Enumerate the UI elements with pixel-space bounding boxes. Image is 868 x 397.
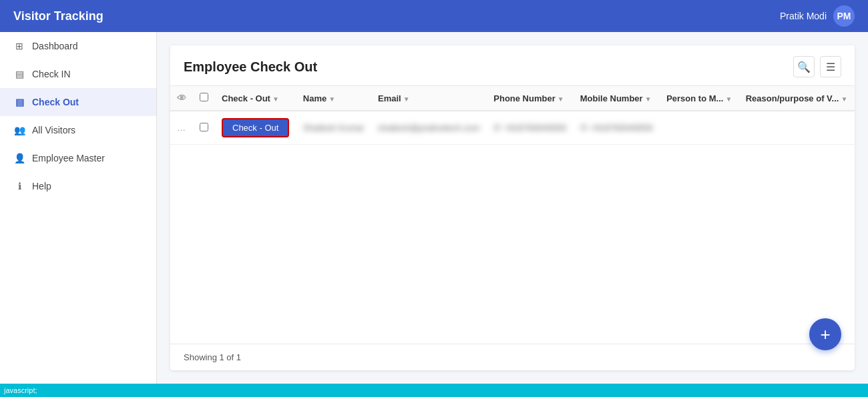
col-email-header[interactable]: Email▼ — [371, 86, 487, 111]
all-visitors-icon: 👥 — [13, 124, 25, 136]
col-checkbox-header[interactable] — [193, 86, 215, 111]
checkout-icon: ▤ — [13, 96, 25, 108]
content-area: Employee Check Out 🔍 ☰ 👁 Check - Out▼ Na… — [157, 32, 868, 384]
card-header: Employee Check Out 🔍 ☰ — [170, 45, 855, 86]
add-button[interactable]: + — [809, 318, 841, 350]
sort-arrow-name: ▼ — [329, 95, 335, 103]
avatar: PM — [833, 5, 855, 27]
row-mobile: ✆ +918760040656 — [580, 123, 653, 133]
sort-arrow-checkout: ▼ — [272, 95, 279, 103]
content-card: Employee Check Out 🔍 ☰ 👁 Check - Out▼ Na… — [170, 45, 855, 370]
employee-master-icon: 👤 — [13, 152, 25, 164]
row-email-cell: shailesh@prativetech.com — [371, 111, 487, 145]
showing-label: Showing 1 of 1 — [184, 352, 241, 362]
dashboard-icon: ⊞ — [13, 40, 25, 52]
row-name: Shailesh Kumar — [303, 123, 365, 133]
sidebar-item-employee-master[interactable]: 👤 Employee Master — [0, 144, 156, 172]
sidebar-item-label: Check Out — [32, 97, 79, 107]
col-name-label: Name — [303, 93, 327, 103]
row-checkout-cell[interactable]: Check - Out — [215, 111, 296, 145]
data-table: 👁 Check - Out▼ Name▼ Email▼ Phone Number… — [170, 86, 855, 145]
select-all-checkbox[interactable] — [200, 93, 208, 101]
col-checkout-header[interactable]: Check - Out▼ — [215, 86, 296, 111]
sidebar-item-label: Employee Master — [32, 153, 105, 163]
row-mobile-cell: ✆ +918760040656 — [574, 111, 660, 145]
sidebar: ⊞ Dashboard ▤ Check IN ▤ Check Out 👥 All… — [0, 32, 157, 384]
app-title: Visitor Tracking — [13, 9, 103, 23]
col-person-label: Person to M... — [666, 93, 723, 103]
row-dots[interactable]: … — [170, 111, 193, 145]
col-checkout-label: Check - Out — [222, 93, 270, 103]
table-header-row: 👁 Check - Out▼ Name▼ Email▼ Phone Number… — [170, 86, 855, 111]
menu-button[interactable]: ☰ — [820, 56, 841, 77]
sidebar-item-checkin[interactable]: ▤ Check IN — [0, 60, 156, 88]
bottom-bar: javascript; — [0, 384, 868, 397]
col-phone-label: Phone Number — [493, 93, 555, 103]
row-name-cell: Shailesh Kumar — [296, 111, 371, 145]
row-phone-cell: ✆ +918760040656 — [487, 111, 573, 145]
table-wrapper: 👁 Check - Out▼ Name▼ Email▼ Phone Number… — [170, 86, 855, 344]
sidebar-item-dashboard[interactable]: ⊞ Dashboard — [0, 32, 156, 60]
col-person-header[interactable]: Person to M...▼ — [660, 86, 739, 111]
card-footer: Showing 1 of 1 — [170, 344, 855, 370]
table-row: … Check - Out Shailesh Kumar shailesh@pr… — [170, 111, 855, 145]
col-mobile-label: Mobile Number — [580, 93, 643, 103]
sidebar-item-all-visitors[interactable]: 👥 All Visitors — [0, 116, 156, 144]
search-button[interactable]: 🔍 — [793, 56, 815, 77]
visibility-icon: 👁 — [177, 93, 186, 103]
sidebar-item-label: Help — [32, 181, 51, 191]
row-checkbox[interactable] — [200, 123, 208, 131]
checkin-icon: ▤ — [13, 68, 25, 80]
main-layout: ⊞ Dashboard ▤ Check IN ▤ Check Out 👥 All… — [0, 32, 868, 384]
col-eye-header: 👁 — [170, 86, 193, 111]
sort-arrow-email: ▼ — [403, 95, 410, 103]
sort-arrow-phone: ▼ — [558, 95, 564, 103]
col-reason-header[interactable]: Reason/purpose of V...▼ — [739, 86, 855, 111]
col-reason-label: Reason/purpose of V... — [746, 93, 839, 103]
row-email: shailesh@prativetech.com — [378, 123, 480, 133]
row-phone: ✆ +918760040656 — [493, 123, 566, 133]
row-reason-cell — [739, 111, 855, 145]
checkout-button[interactable]: Check - Out — [222, 118, 289, 137]
col-email-label: Email — [378, 93, 401, 103]
sidebar-item-label: Check IN — [32, 69, 71, 79]
sidebar-item-label: Dashboard — [32, 41, 78, 51]
user-name: Pratik Modi — [780, 11, 827, 21]
bottom-bar-text: javascript; — [0, 385, 41, 396]
sort-arrow-reason: ▼ — [841, 95, 847, 103]
row-checkbox-cell[interactable] — [193, 111, 215, 145]
app-header: Visitor Tracking Pratik Modi PM — [0, 0, 868, 32]
row-person-cell — [660, 111, 739, 145]
user-info: Pratik Modi PM — [780, 5, 855, 27]
page-title: Employee Check Out — [184, 59, 317, 75]
sort-arrow-person: ▼ — [725, 95, 732, 103]
sort-arrow-mobile: ▼ — [645, 95, 652, 103]
card-actions: 🔍 ☰ — [793, 56, 841, 77]
col-mobile-header[interactable]: Mobile Number▼ — [574, 86, 660, 111]
help-icon: ℹ — [13, 180, 25, 192]
sidebar-item-checkout[interactable]: ▤ Check Out — [0, 88, 156, 116]
sidebar-item-label: All Visitors — [32, 125, 75, 135]
col-phone-header[interactable]: Phone Number▼ — [487, 86, 573, 111]
col-name-header[interactable]: Name▼ — [296, 86, 371, 111]
sidebar-item-help[interactable]: ℹ Help — [0, 172, 156, 200]
